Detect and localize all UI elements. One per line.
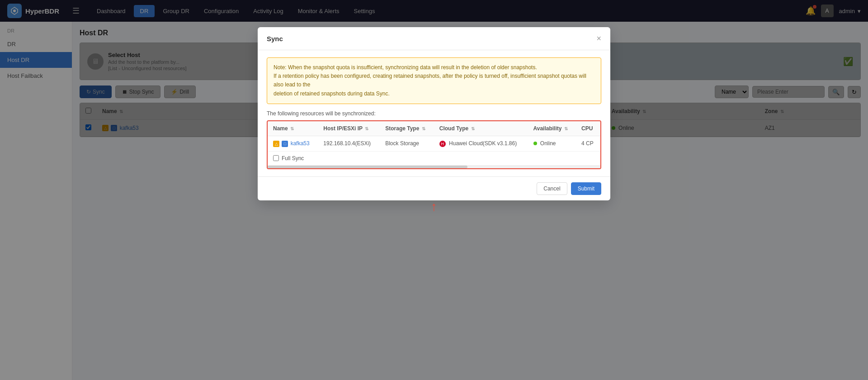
sync-row-name: △ □ kafka53 bbox=[268, 136, 318, 151]
sync-row-cloud-text: Huawei Cloud(SDK v3.1.86) bbox=[449, 140, 517, 147]
modal-footer: Cancel Submit bbox=[258, 176, 610, 200]
sync-linux-icon: △ bbox=[273, 141, 279, 147]
sync-header-cloud: Cloud Type ⇅ bbox=[434, 121, 528, 136]
modal-footer-wrapper: Cancel Submit ↑ bbox=[258, 176, 610, 200]
sync-header-cpu: CPU bbox=[576, 121, 600, 136]
sync-vm-icon: □ bbox=[282, 141, 288, 147]
huawei-logo: H bbox=[439, 141, 446, 147]
sync-row-ip: 192.168.10.4(ESXi) bbox=[318, 136, 380, 151]
cancel-button[interactable]: Cancel bbox=[537, 182, 567, 195]
sync-header-name: Name ⇅ bbox=[268, 121, 318, 136]
sync-table: Name ⇅ Host IP/ESXi IP ⇅ Storage Type ⇅ … bbox=[268, 121, 600, 166]
sync-availability-text: Online bbox=[540, 140, 556, 147]
modal-close-button[interactable]: × bbox=[596, 34, 601, 43]
submit-arrow-indicator: ↑ bbox=[431, 200, 437, 213]
sync-header-ip: Host IP/ESXi IP ⇅ bbox=[318, 121, 380, 136]
scroll-track bbox=[268, 166, 600, 168]
scroll-thumb bbox=[268, 166, 467, 168]
warning-line3: deletion of retained snapshots during da… bbox=[274, 90, 594, 98]
warning-line1: Note: When the snapshot quota is insuffi… bbox=[274, 63, 594, 72]
sync-modal: Sync × Note: When the snapshot quota is … bbox=[258, 27, 610, 200]
modal-body: Note: When the snapshot quota is insuffi… bbox=[258, 50, 610, 176]
full-sync-cell: Full Sync bbox=[268, 151, 600, 165]
sync-row-name-link[interactable]: kafka53 bbox=[291, 140, 310, 147]
modal-title: Sync bbox=[267, 35, 283, 43]
full-sync-label[interactable]: Full Sync bbox=[273, 155, 595, 162]
sync-header-availability: Availability ⇅ bbox=[528, 121, 576, 136]
sync-row-cpu: 4 CP bbox=[576, 136, 600, 151]
sync-header-storage: Storage Type ⇅ bbox=[380, 121, 434, 136]
warning-line2: If a retention policy has been configure… bbox=[274, 72, 594, 89]
modal-overlay: Sync × Note: When the snapshot quota is … bbox=[0, 0, 868, 380]
submit-button[interactable]: Submit bbox=[571, 182, 601, 195]
full-sync-checkbox[interactable] bbox=[273, 155, 279, 161]
sync-row-availability: Online bbox=[528, 136, 576, 151]
sync-row-storage: Block Storage bbox=[380, 136, 434, 151]
modal-header: Sync × bbox=[258, 27, 610, 50]
sync-row-cloud: H Huawei Cloud(SDK v3.1.86) bbox=[434, 136, 528, 151]
warning-box: Note: When the snapshot quota is insuffi… bbox=[267, 57, 601, 104]
sync-table-container: Name ⇅ Host IP/ESXi IP ⇅ Storage Type ⇅ … bbox=[267, 120, 601, 169]
sync-table-row: △ □ kafka53 192.168.10.4(ESXi) Block Sto… bbox=[268, 136, 600, 151]
sync-availability-dot bbox=[533, 142, 537, 145]
full-sync-text: Full Sync bbox=[282, 155, 304, 162]
full-sync-row: Full Sync bbox=[268, 151, 600, 165]
sync-section-label: The following resources will be synchron… bbox=[267, 110, 601, 117]
